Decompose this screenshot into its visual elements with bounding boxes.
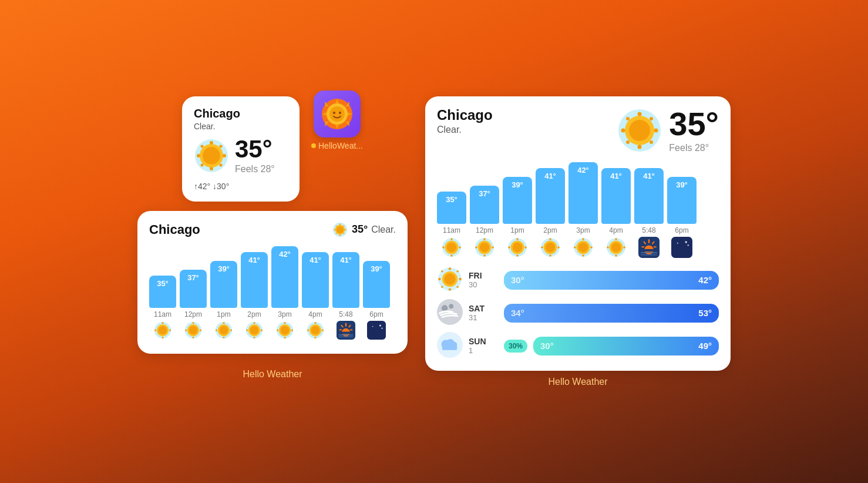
svg-point-97 [654, 128, 658, 132]
svg-point-61 [246, 329, 248, 331]
svg-point-140 [615, 238, 617, 240]
svg-point-101 [650, 140, 653, 144]
bar-temp: 41° [340, 256, 352, 264]
hour-label: 11am [443, 226, 460, 234]
svg-point-33 [336, 233, 337, 234]
hour-column: 39° 6pm [363, 261, 390, 340]
bar-temp: 39° [512, 180, 523, 189]
small-sun-icon [194, 138, 229, 173]
bar-temp: 37° [479, 189, 490, 198]
svg-point-51 [220, 326, 228, 334]
svg-point-46 [192, 336, 194, 338]
svg-point-32 [344, 225, 345, 226]
dot-icon [311, 143, 316, 148]
hour-label: 3pm [576, 226, 590, 234]
left-column: Chicago Clear. [137, 96, 408, 380]
svg-point-2 [203, 147, 220, 165]
hour-column: 42° 3pm [271, 246, 298, 340]
medium-app-label: Hello Weather [243, 369, 302, 380]
hour-column: 39° 1pm [210, 261, 237, 340]
hour-bar: 41° [241, 252, 268, 308]
svg-point-111 [480, 242, 490, 252]
svg-rect-176 [442, 345, 457, 350]
hourly-bars: 35° 11am 37° 12pm 39° 1pm [149, 246, 396, 340]
svg-rect-87 [367, 321, 386, 340]
medium-header-right: 35° Clear. [332, 222, 396, 238]
svg-point-3 [210, 141, 213, 145]
hour-label: 2pm [543, 226, 557, 234]
svg-point-26 [337, 226, 344, 233]
forecast-icon [437, 332, 463, 360]
app-icon[interactable] [314, 90, 361, 137]
svg-point-31 [336, 225, 337, 226]
svg-point-67 [284, 336, 285, 338]
svg-point-76 [322, 329, 324, 331]
svg-point-55 [230, 329, 232, 331]
hour-label: 5:48 [339, 310, 352, 318]
svg-point-108 [459, 246, 461, 249]
svg-point-59 [253, 321, 255, 323]
svg-point-94 [638, 112, 642, 116]
bar-temp: 41° [309, 256, 321, 264]
forecast-high: 42° [698, 275, 712, 285]
svg-point-104 [447, 242, 457, 252]
hour-column: 41° 4pm [302, 252, 329, 340]
large-city-section: Chicago Clear. [437, 107, 493, 135]
hour-label: 4pm [308, 310, 322, 318]
svg-point-100 [626, 140, 630, 144]
forecast-row: SUN 1 30% 30° 49° [437, 332, 719, 360]
hour-column: 37° 12pm [180, 270, 207, 340]
hour-sunset-icon [638, 237, 660, 258]
large-top-section: Chicago Clear. [437, 107, 719, 154]
hour-label: 6pm [369, 310, 383, 318]
forecast-day-num: 30 [469, 280, 498, 289]
hour-bar: 35° [437, 192, 466, 224]
svg-point-135 [574, 246, 576, 249]
small-temp: 35° [235, 137, 275, 162]
svg-point-72 [311, 326, 320, 334]
hour-column: 39° 1pm [503, 177, 532, 258]
svg-point-7 [201, 145, 204, 147]
svg-point-106 [450, 254, 453, 257]
svg-point-127 [549, 254, 551, 257]
svg-point-98 [626, 117, 630, 120]
hour-bar: 37° [180, 270, 207, 308]
large-widget: Chicago Clear. [425, 96, 731, 371]
bar-temp: 39° [371, 264, 382, 273]
svg-rect-86 [338, 336, 354, 337]
hour-bar: 41° [302, 252, 329, 308]
bar-temp: 41° [544, 172, 556, 180]
hour-sun-icon [153, 321, 172, 340]
small-city: Chicago [194, 107, 288, 120]
hour-label: 4pm [609, 226, 623, 234]
svg-point-95 [638, 145, 642, 149]
forecast-low: 34° [511, 308, 524, 318]
svg-point-128 [541, 246, 543, 249]
forecast-day-name: SAT [469, 304, 498, 313]
forecast-day-num: 31 [469, 313, 498, 322]
forecast-range-bar: 34° 53° [504, 304, 719, 323]
svg-point-27 [339, 223, 341, 224]
hour-column: 37° 12pm [470, 186, 499, 258]
forecast-range-bar: 30° 49° [533, 337, 719, 355]
svg-point-155 [685, 241, 687, 243]
svg-point-122 [524, 246, 527, 249]
medium-header-cond: Clear. [371, 224, 396, 235]
svg-point-41 [169, 329, 171, 331]
hour-column: 42° 3pm [568, 162, 598, 258]
hour-bar: 39° [363, 261, 390, 308]
svg-point-93 [629, 120, 650, 141]
svg-point-161 [449, 267, 451, 270]
svg-point-34 [344, 233, 345, 234]
forecast-icon [437, 266, 463, 294]
svg-point-171 [449, 304, 453, 308]
svg-point-170 [442, 305, 448, 311]
svg-point-5 [197, 154, 200, 157]
svg-point-30 [345, 229, 346, 230]
hour-sun-icon [306, 321, 325, 340]
svg-point-37 [159, 326, 167, 334]
svg-point-62 [261, 329, 263, 331]
hour-bar: 41° [634, 168, 664, 224]
svg-point-29 [334, 229, 335, 230]
svg-point-60 [253, 336, 255, 338]
